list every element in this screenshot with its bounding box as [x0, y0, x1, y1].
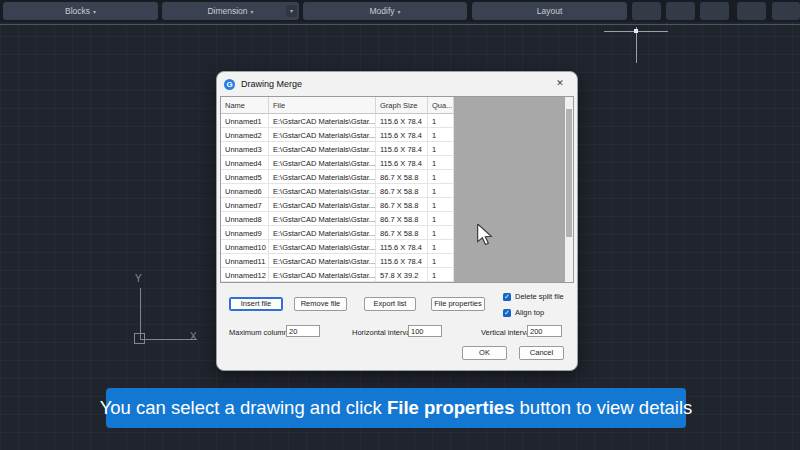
table-row[interactable]: Unnamed12 E:\GstarCAD Materials\Gstar...…: [221, 268, 454, 282]
cell-quantity: 1: [428, 268, 454, 282]
cell-quantity: 1: [428, 170, 454, 184]
cell-name: Unnamed2: [221, 128, 269, 142]
checkbox-checked-icon[interactable]: ✓: [503, 293, 511, 301]
toolbar-panel-blocks[interactable]: Blocks ▾: [3, 2, 158, 20]
delete-split-file-option[interactable]: ✓ Delete split file: [503, 292, 564, 301]
dialog-title: Drawing Merge: [241, 79, 302, 89]
cell-quantity: 1: [428, 114, 454, 128]
table-row[interactable]: Unnamed7 E:\GstarCAD Materials\Gstar... …: [221, 198, 454, 212]
toolbar-panel-dimension[interactable]: Dimension ▾ ▾: [162, 2, 299, 20]
cell-graph-size: 115.6 X 78.4: [376, 142, 428, 156]
cell-quantity: 1: [428, 142, 454, 156]
cell-name: Unnamed9: [221, 226, 269, 240]
toolbar-panel-layout[interactable]: Layout: [472, 2, 627, 20]
column-header-graph-size[interactable]: Graph Size: [376, 97, 428, 114]
table-row[interactable]: Unnamed3 E:\GstarCAD Materials\Gstar... …: [221, 142, 454, 156]
cell-name: Unnamed7: [221, 198, 269, 212]
scrollbar-thumb[interactable]: [566, 109, 572, 237]
cell-name: Unnamed10: [221, 240, 269, 254]
cell-quantity: 1: [428, 254, 454, 268]
table-row[interactable]: Unnamed9 E:\GstarCAD Materials\Gstar... …: [221, 226, 454, 240]
cell-name: Unnamed1: [221, 114, 269, 128]
panel-expand-button[interactable]: ▾: [286, 5, 297, 17]
checkbox-label: Delete split file: [515, 292, 564, 301]
checkbox-checked-icon[interactable]: ✓: [503, 309, 511, 317]
toolbar-blank-button[interactable]: [666, 2, 695, 20]
cell-name: Unnamed4: [221, 156, 269, 170]
cell-name: Unnamed5: [221, 170, 269, 184]
toolbar-panel-modify[interactable]: Modify ▾: [303, 2, 467, 20]
cell-graph-size: 86.7 X 58.8: [376, 170, 428, 184]
file-table[interactable]: Name File Graph Size Qua... Unnamed1 E:\…: [220, 96, 574, 283]
drawing-merge-dialog: G Drawing Merge ✕ Name File Graph Size Q…: [216, 71, 578, 371]
table-body: Unnamed1 E:\GstarCAD Materials\Gstar... …: [221, 114, 454, 282]
cell-file: E:\GstarCAD Materials\Gstar...: [269, 128, 376, 142]
mouse-cursor-icon: [476, 224, 494, 246]
close-icon[interactable]: ✕: [553, 76, 567, 90]
table-row[interactable]: Unnamed5 E:\GstarCAD Materials\Gstar... …: [221, 170, 454, 184]
table-row[interactable]: Unnamed2 E:\GstarCAD Materials\Gstar... …: [221, 128, 454, 142]
vertical-interval-input[interactable]: [527, 325, 562, 337]
cell-file: E:\GstarCAD Materials\Gstar...: [269, 184, 376, 198]
cell-quantity: 1: [428, 198, 454, 212]
cancel-button[interactable]: Cancel: [519, 346, 564, 360]
export-list-button[interactable]: Export list: [364, 297, 416, 311]
remove-file-button[interactable]: Remove file: [294, 297, 347, 311]
ribbon-toolbar: Blocks ▾ Dimension ▾ ▾ Modify ▾ Layout: [0, 0, 800, 22]
ucs-x-axis: [140, 339, 197, 340]
maximum-columns-input[interactable]: [286, 325, 320, 337]
cell-quantity: 1: [428, 156, 454, 170]
gstarcad-logo-icon: G: [224, 79, 235, 90]
table-row[interactable]: Unnamed6 E:\GstarCAD Materials\Gstar... …: [221, 184, 454, 198]
cell-file: E:\GstarCAD Materials\Gstar...: [269, 142, 376, 156]
table-header-row: Name File Graph Size Qua...: [221, 97, 454, 114]
line-endpoint-node: [634, 29, 638, 33]
cell-file: E:\GstarCAD Materials\Gstar...: [269, 268, 376, 282]
cad-workspace: Blocks ▾ Dimension ▾ ▾ Modify ▾ Layout Y…: [0, 0, 800, 450]
table-row[interactable]: Unnamed8 E:\GstarCAD Materials\Gstar... …: [221, 212, 454, 226]
chevron-down-icon: ▾: [251, 8, 254, 15]
dialog-titlebar[interactable]: G Drawing Merge ✕: [217, 72, 577, 96]
cell-quantity: 1: [428, 226, 454, 240]
toolbar-panel-label: Blocks: [65, 6, 90, 16]
align-top-option[interactable]: ✓ Align top: [503, 308, 544, 317]
toolbar-blank-button[interactable]: [772, 2, 800, 20]
toolbar-panel-label: Modify: [369, 6, 394, 16]
cell-quantity: 1: [428, 240, 454, 254]
horizontal-interval-input[interactable]: [408, 325, 442, 337]
banner-text-before: You can select a drawing and click: [100, 397, 387, 419]
cell-quantity: 1: [428, 212, 454, 226]
table-row[interactable]: Unnamed4 E:\GstarCAD Materials\Gstar... …: [221, 156, 454, 170]
toolbar-blank-button[interactable]: [632, 2, 661, 20]
toolbar-blank-button[interactable]: [737, 2, 766, 20]
column-header-file[interactable]: File: [269, 97, 376, 114]
table-row[interactable]: Unnamed11 E:\GstarCAD Materials\Gstar...…: [221, 254, 454, 268]
cell-file: E:\GstarCAD Materials\Gstar...: [269, 198, 376, 212]
ucs-x-label: X: [190, 331, 197, 342]
cell-file: E:\GstarCAD Materials\Gstar...: [269, 156, 376, 170]
chevron-down-icon: ▾: [93, 8, 96, 15]
cell-file: E:\GstarCAD Materials\Gstar...: [269, 226, 376, 240]
toolbar-panel-label: Layout: [537, 6, 563, 16]
toolbar-blank-button[interactable]: [700, 2, 729, 20]
insert-file-button[interactable]: Insert file: [229, 297, 283, 311]
cell-graph-size: 86.7 X 58.8: [376, 226, 428, 240]
ok-button[interactable]: OK: [462, 346, 507, 360]
column-header-name[interactable]: Name: [221, 97, 269, 114]
cell-file: E:\GstarCAD Materials\Gstar...: [269, 212, 376, 226]
cell-graph-size: 115.6 X 78.4: [376, 240, 428, 254]
table-row[interactable]: Unnamed1 E:\GstarCAD Materials\Gstar... …: [221, 114, 454, 128]
cell-name: Unnamed12: [221, 268, 269, 282]
cell-graph-size: 115.6 X 78.4: [376, 128, 428, 142]
file-properties-button[interactable]: File properties: [431, 297, 485, 311]
table-row[interactable]: Unnamed10 E:\GstarCAD Materials\Gstar...…: [221, 240, 454, 254]
table-scrollbar[interactable]: [565, 97, 573, 282]
ucs-origin-box: [134, 333, 145, 344]
cell-file: E:\GstarCAD Materials\Gstar...: [269, 254, 376, 268]
cell-graph-size: 86.7 X 58.8: [376, 184, 428, 198]
banner-text-highlight: File properties: [387, 397, 514, 419]
cell-file: E:\GstarCAD Materials\Gstar...: [269, 170, 376, 184]
column-header-quantity[interactable]: Qua...: [428, 97, 454, 114]
cell-graph-size: 115.6 X 78.4: [376, 254, 428, 268]
ucs-y-label: Y: [135, 273, 142, 284]
